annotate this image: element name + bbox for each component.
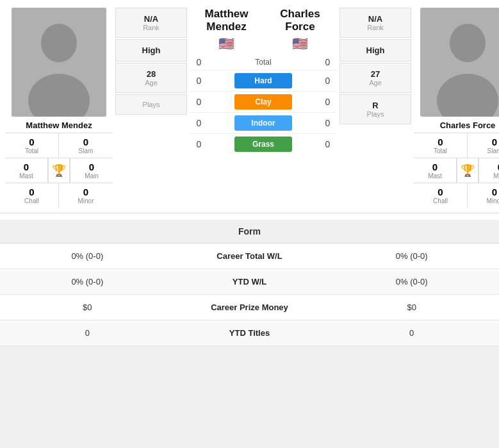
left-minor-stat: 0 Minor xyxy=(59,183,113,208)
right-age-value: 27 xyxy=(342,69,409,79)
left-minor-label: Minor xyxy=(60,197,111,204)
right-high-box: High xyxy=(339,39,411,62)
right-minor-value: 0 xyxy=(469,187,499,197)
left-high-box: High xyxy=(115,39,187,62)
total-right-score: 0 xyxy=(320,57,336,67)
hard-button[interactable]: Hard xyxy=(234,73,292,88)
left-total-value: 0 xyxy=(6,137,57,147)
total-label: Total xyxy=(207,58,320,67)
form-table: 0% (0-0) Career Total W/L 0% (0-0) 0% (0… xyxy=(0,244,499,346)
form-header: Form xyxy=(0,220,499,244)
form-left-1: 0% (0-0) xyxy=(0,269,175,295)
left-flag: 🇺🇸 xyxy=(218,36,234,51)
left-chall-label: Chall xyxy=(6,197,57,204)
grass-row: 0 Grass 0 xyxy=(190,133,337,154)
right-trophy-icon: 🏆 xyxy=(457,158,479,183)
left-minor-value: 0 xyxy=(60,187,111,197)
left-name-flag-block: Matthew Mendez 🇺🇸 xyxy=(190,8,263,53)
left-slam-stat: 0 Slam xyxy=(59,133,113,158)
right-plays-box: R Plays xyxy=(339,94,411,124)
players-area: Matthew Mendez 0 Total 0 Slam 0 Mast 🏆 xyxy=(0,0,499,213)
left-rank-box: N/A Rank xyxy=(115,8,187,38)
left-plays-label: Plays xyxy=(118,101,184,108)
indoor-button[interactable]: Indoor xyxy=(234,115,292,131)
right-mast-value: 0 xyxy=(414,162,455,172)
form-right-2: $0 xyxy=(324,295,499,320)
main-container: Matthew Mendez 0 Total 0 Slam 0 Mast 🏆 xyxy=(0,0,499,346)
left-main-stat: 0 Main xyxy=(70,158,113,183)
left-trophy-icon: 🏆 xyxy=(48,158,70,183)
right-main-value: 0 xyxy=(480,162,499,172)
right-total-label: Total xyxy=(415,147,466,154)
clay-right-score: 0 xyxy=(320,97,336,107)
left-bottom-stats: 0 Chall 0 Minor xyxy=(5,183,113,208)
left-total-label: Total xyxy=(6,147,57,154)
right-main-stat: 0 Main xyxy=(479,158,499,183)
right-flag: 🇺🇸 xyxy=(292,36,308,51)
form-right-1: 0% (0-0) xyxy=(324,269,499,295)
grass-button[interactable]: Grass xyxy=(234,137,292,152)
clay-button[interactable]: Clay xyxy=(234,94,292,110)
right-player-stats: 0 Total 0 Slam xyxy=(414,133,499,158)
left-slam-label: Slam xyxy=(60,147,111,154)
left-high-value: High xyxy=(118,46,184,55)
left-center-name: Matthew Mendez xyxy=(192,8,262,34)
left-mast-stat: 0 Mast xyxy=(5,158,48,183)
right-minor-label: Minor xyxy=(469,197,499,204)
left-plays-box: Plays xyxy=(115,94,187,115)
form-center-1: YTD W/L xyxy=(175,269,325,295)
hard-right-score: 0 xyxy=(320,76,336,86)
left-side-stats: N/A Rank High 28 Age Plays xyxy=(115,8,187,208)
right-plays-label: Plays xyxy=(342,110,409,118)
left-age-label: Age xyxy=(118,79,184,87)
left-player-stats: 0 Total 0 Slam xyxy=(5,133,113,158)
right-chall-stat: 0 Chall xyxy=(414,183,468,208)
right-slam-label: Slam xyxy=(469,147,499,154)
right-name-flag-block: Charles Force 🇺🇸 xyxy=(263,8,337,53)
form-left-3: 0 xyxy=(0,320,175,346)
form-right-0: 0% (0-0) xyxy=(324,244,499,269)
right-chall-value: 0 xyxy=(415,187,466,197)
right-slam-value: 0 xyxy=(469,137,499,147)
left-player-card: Matthew Mendez 0 Total 0 Slam 0 Mast 🏆 xyxy=(5,8,113,208)
left-age-value: 28 xyxy=(118,69,184,79)
grass-right-score: 0 xyxy=(320,139,336,149)
center-column: Matthew Mendez 🇺🇸 Charles Force 🇺🇸 0 Tot… xyxy=(190,8,337,208)
left-mast-value: 0 xyxy=(6,162,47,172)
left-slam-value: 0 xyxy=(60,137,111,147)
clay-row: 0 Clay 0 xyxy=(190,91,337,112)
hard-row: 0 Hard 0 xyxy=(190,70,337,91)
right-age-box: 27 Age xyxy=(339,63,411,93)
form-row-3: 0 YTD Titles 0 xyxy=(0,320,499,346)
form-row-2: $0 Career Prize Money $0 xyxy=(0,295,499,320)
clay-left-score: 0 xyxy=(191,97,207,107)
indoor-left-score: 0 xyxy=(191,118,207,128)
grass-left-score: 0 xyxy=(191,139,207,149)
left-chall-stat: 0 Chall xyxy=(5,183,59,208)
right-minor-stat: 0 Minor xyxy=(468,183,499,208)
total-left-score: 0 xyxy=(191,57,207,67)
right-age-label: Age xyxy=(342,79,409,87)
form-section: Form 0% (0-0) Career Total W/L 0% (0-0) … xyxy=(0,220,499,346)
hard-left-score: 0 xyxy=(191,76,207,86)
right-bottom-stats: 0 Chall 0 Minor xyxy=(414,183,499,208)
right-total-stat: 0 Total xyxy=(414,133,468,158)
right-mast-label: Mast xyxy=(414,172,455,179)
total-row: 0 Total 0 xyxy=(190,56,337,70)
form-right-3: 0 xyxy=(324,320,499,346)
form-center-3: YTD Titles xyxy=(175,320,325,346)
left-player-name: Matthew Mendez xyxy=(26,120,92,130)
surface-section: 0 Total 0 0 Hard 0 0 Clay 0 0 xyxy=(190,56,337,154)
form-center-0: Career Total W/L xyxy=(175,244,325,269)
left-main-label: Main xyxy=(71,172,112,179)
left-mast-label: Mast xyxy=(6,172,47,179)
form-center-2: Career Prize Money xyxy=(175,295,325,320)
left-age-box: 28 Age xyxy=(115,63,187,93)
left-main-value: 0 xyxy=(71,162,112,172)
left-rank-value: N/A xyxy=(118,14,184,24)
form-row-0: 0% (0-0) Career Total W/L 0% (0-0) xyxy=(0,244,499,269)
form-left-2: $0 xyxy=(0,295,175,320)
right-total-value: 0 xyxy=(415,137,466,147)
right-rank-label: Rank xyxy=(342,24,409,31)
right-slam-stat: 0 Slam xyxy=(468,133,499,158)
